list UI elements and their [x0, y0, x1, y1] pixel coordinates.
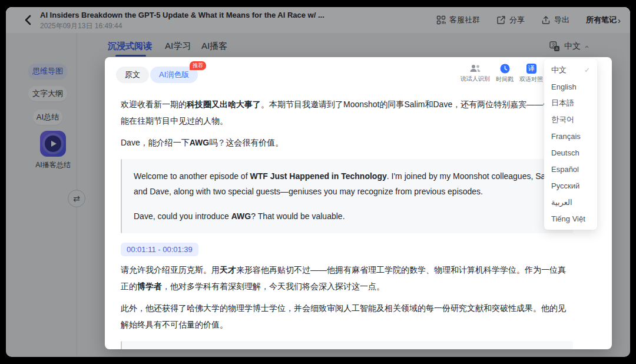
quote-paragraph: Welcome to another episode of WTF Just H…	[134, 168, 561, 199]
language-option[interactable]: Русский	[544, 177, 597, 194]
bilingual-label: 双语对照	[519, 75, 543, 84]
language-option[interactable]: Tiếng Việt	[544, 210, 597, 227]
language-option[interactable]: العربية	[544, 194, 597, 210]
timestamp-label: 时间戳	[496, 75, 514, 84]
paragraph: 此外，他还获得了哈佛大学的物理学博士学位，并会细致审阅人工智能及相关领域的每一份…	[121, 300, 573, 333]
language-option[interactable]: 日本語	[544, 95, 597, 111]
recommended-badge: 推荐	[190, 61, 206, 70]
language-option[interactable]: Français	[544, 128, 597, 144]
speaker-recognition-label: 说话人识别	[461, 75, 490, 83]
bilingual-icon: 译	[526, 64, 536, 74]
ai-polished-label: AI润色版	[159, 70, 189, 80]
quote-block: Welcome to another episode of WTF Just H…	[121, 159, 573, 233]
bilingual-toggle[interactable]: 译 双语对照	[519, 64, 543, 84]
paragraph: 欢迎收看新一期的科技圈又出啥大事了。本期节目我邀请到了Moonshot的同事Sa…	[121, 96, 573, 129]
reader-content: 欢迎收看新一期的科技圈又出啥大事了。本期节目我邀请到了Moonshot的同事Sa…	[121, 94, 573, 349]
view-tab-original[interactable]: 原文	[116, 67, 149, 83]
view-tab-ai-polished[interactable]: AI润色版 推荐	[150, 67, 198, 83]
language-option[interactable]: 中文✓	[544, 62, 597, 78]
paragraph: 请允许我介绍亚历克斯。用天才来形容他再贴切不过——他拥有麻省理工学院的数学、物理…	[121, 262, 573, 294]
language-option[interactable]: 한국어	[544, 111, 597, 128]
quote-block: I would like to introduce Alex. Genius i…	[121, 341, 573, 349]
quote-paragraph: Dave, could you introduce AWG? That woul…	[134, 209, 561, 224]
check-icon: ✓	[584, 66, 590, 74]
clock-icon	[500, 64, 510, 74]
reader-card: 原文 AI润色版 推荐 说话人识别 时间戳	[105, 57, 612, 349]
speaker-recognition-toggle[interactable]: 说话人识别	[461, 64, 490, 84]
paragraph: Dave，能介绍一下AWG吗？这会很有价值。	[121, 134, 573, 151]
language-option[interactable]: English	[544, 78, 597, 95]
language-option[interactable]: Español	[544, 161, 597, 177]
app-window: AI Insiders Breakdown the GPT-5 Update &…	[6, 7, 630, 357]
language-option[interactable]: Deutsch	[544, 144, 597, 161]
speakers-icon	[469, 64, 481, 73]
language-menu: 中文✓English日本語한국어FrançaisDeutschEspañolРу…	[544, 59, 597, 230]
reader-toolbar: 说话人识别 时间戳 译 双语对照	[461, 64, 543, 84]
timestamp-toggle[interactable]: 时间戳	[496, 64, 514, 84]
timestamp-badge[interactable]: 00:01:11 - 00:01:39	[121, 243, 198, 256]
